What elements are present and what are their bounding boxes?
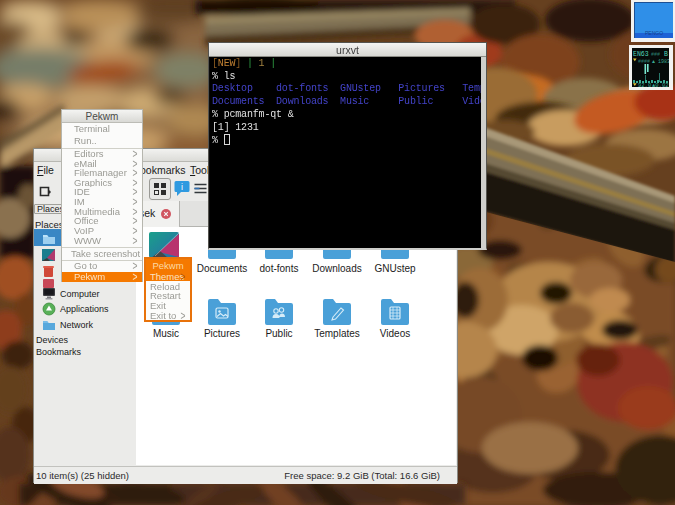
svg-text:####: #### (638, 59, 650, 65)
svg-text:###: ### (651, 52, 660, 58)
svg-text:B: B (664, 51, 668, 58)
svg-text:▲ 1983: ▲ 1983 (652, 59, 669, 65)
svg-text:▲0.02: ▲0.02 (652, 82, 669, 88)
svg-text:EN63: EN63 (633, 51, 649, 58)
svg-text:92.0: 92.0 (638, 82, 651, 88)
svg-text:i: i (181, 182, 183, 192)
